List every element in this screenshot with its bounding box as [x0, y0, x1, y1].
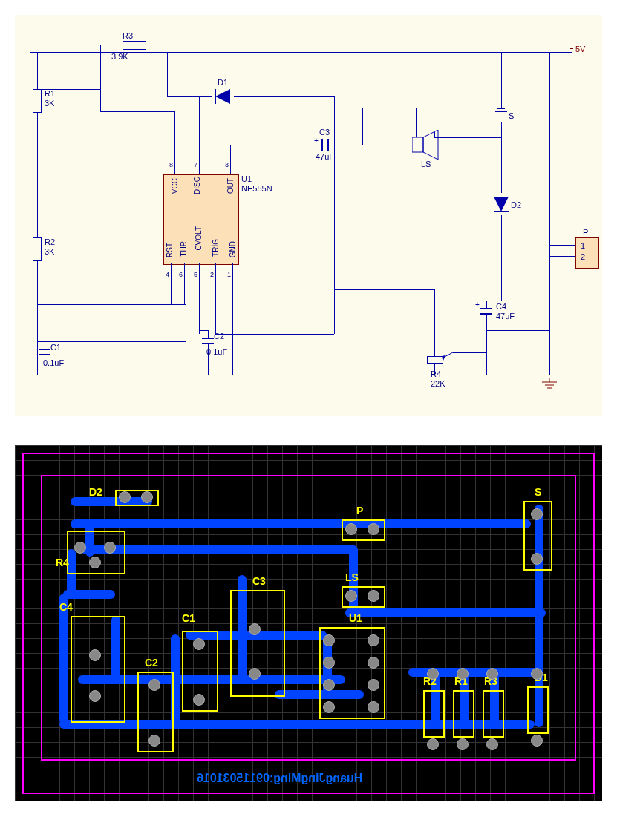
- c1-ref: C1: [50, 343, 61, 352]
- pcb-d2-label: D2: [89, 486, 102, 498]
- pcb-s-label: S: [535, 486, 541, 498]
- d2-ref: D2: [511, 200, 521, 209]
- pcb-c2-label: C2: [145, 657, 158, 669]
- r1-val: 3K: [45, 99, 54, 108]
- c4-val: 47uF: [496, 312, 515, 321]
- s-ref: S: [509, 111, 514, 120]
- potentiometer-r4: [427, 356, 443, 364]
- power-label: 5V: [575, 45, 585, 53]
- connector-p: [575, 237, 599, 269]
- c3-val: 47uF: [316, 152, 334, 161]
- c3-ref: C3: [319, 128, 330, 137]
- c4-ref: C4: [496, 302, 506, 311]
- r1-ref: R1: [45, 89, 55, 98]
- r3-val: 3.9K: [111, 52, 128, 61]
- pcb-author-text: HuangJingMing:09115031016: [197, 772, 362, 785]
- pcb-u1-label: U1: [349, 612, 362, 624]
- svg-marker-4: [494, 197, 509, 211]
- r3-ref: R3: [123, 31, 133, 40]
- c2-val: 0.1uF: [206, 347, 227, 356]
- svg-marker-3: [423, 130, 438, 160]
- resistor-r1: [33, 89, 42, 113]
- p-ref: P: [583, 228, 588, 237]
- pcb-canvas: D2 R4 C4 C1 C2 C3 U1 LS P S R: [15, 445, 602, 801]
- r4-val: 22K: [431, 379, 445, 388]
- svg-marker-0: [215, 89, 230, 104]
- resistor-r2: [33, 237, 42, 261]
- c1-val: 0.1uF: [43, 358, 64, 367]
- svg-rect-2: [412, 137, 423, 152]
- ls-ref: LS: [421, 160, 431, 168]
- schematic-canvas: 5V R3 3.9K R1 3K R2 3K D1 U1 NE555N VCC …: [15, 15, 602, 416]
- pcb-p-label: P: [356, 505, 363, 516]
- d1-ref: D1: [218, 78, 228, 87]
- r2-val: 3K: [45, 247, 54, 256]
- pcb-ls-label: LS: [345, 571, 359, 583]
- pcb-c1-label: C1: [182, 612, 195, 624]
- resistor-r3: [123, 41, 146, 50]
- u1-ref: U1: [241, 174, 252, 183]
- u1-val: NE555N: [241, 184, 272, 193]
- r4-ref: R4: [431, 370, 441, 378]
- pcb-c3-label: C3: [252, 575, 266, 587]
- r2-ref: R2: [45, 237, 55, 246]
- pcb-c4-label: C4: [59, 601, 73, 613]
